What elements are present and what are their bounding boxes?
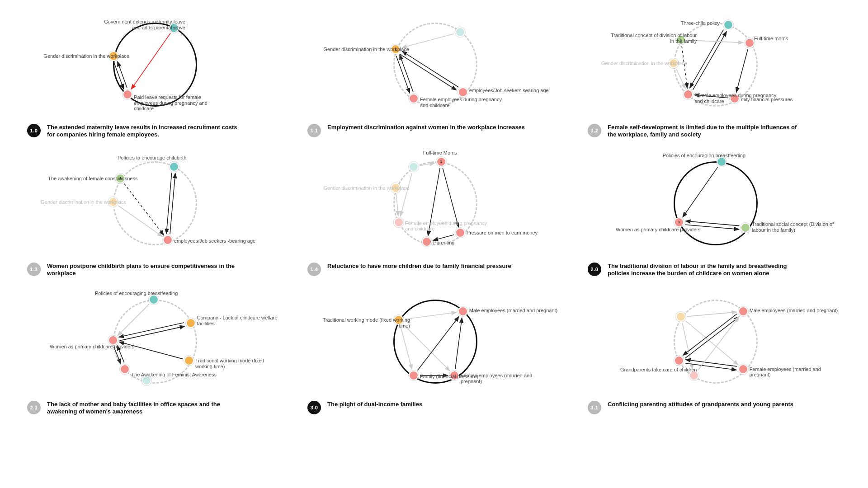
node-label: Company - Lack of childcare welfare faci… xyxy=(197,315,280,326)
node-label: Government extends maternity leave and a… xyxy=(95,19,185,30)
node-A xyxy=(455,27,465,37)
node-label: Gender discrimination in the workplace xyxy=(41,199,127,205)
node-label: Full-time moms xyxy=(754,36,788,42)
panel-3.1: Male employees (married and pregnant)Fem… xyxy=(588,291,841,416)
node-A xyxy=(738,306,748,316)
node-B xyxy=(186,318,196,328)
node-label: Women as primary childcare providers xyxy=(50,344,134,350)
node-label: Male employees (married and pregnant) xyxy=(469,308,558,314)
node-label: Women as primary childcare providers xyxy=(616,227,700,233)
node-B xyxy=(458,87,468,97)
node-D xyxy=(394,217,404,227)
node-F xyxy=(409,162,419,172)
node-B xyxy=(741,223,750,233)
node-A: 1 xyxy=(436,157,446,167)
node-C xyxy=(409,94,419,103)
badge: 2.1 xyxy=(27,401,41,414)
node-label: Gender discrimination in the workplace xyxy=(601,61,687,66)
panel-title: Reluctance to have more children due to … xyxy=(327,263,511,276)
node-C xyxy=(409,371,419,380)
panel-title: The traditional division of labour in th… xyxy=(608,263,807,277)
node-label: Full-time Moms xyxy=(423,150,457,156)
node-label: Parenting xyxy=(433,240,454,246)
badge: 1.0 xyxy=(27,124,41,137)
node-label: Gender discrimination in the workplace xyxy=(43,53,129,59)
panel-title: Women postpone childbirth plans to ensur… xyxy=(47,263,246,277)
panel-3.0: Male employees (married and pregnant)Fem… xyxy=(307,291,561,416)
panel-title: Female self-development is limited due t… xyxy=(608,124,807,139)
node-label: Grandparents take care of children xyxy=(620,367,697,373)
panel-1.4: 1Full-time MomsPressure on men to earn m… xyxy=(307,152,561,277)
node-label: Traditional working mode (fixed working … xyxy=(195,358,280,369)
diagram-grid: 1Government extends maternity leave and … xyxy=(0,14,868,416)
node-label: Gender discrimination in the workplace xyxy=(323,185,409,191)
node-B xyxy=(163,235,173,245)
panel-1.1: employees/Job seekers searing ageFemale … xyxy=(307,14,561,139)
panel-1.0: 1Government extends maternity leave and … xyxy=(27,14,280,139)
panel-title: The plight of dual-income families xyxy=(327,401,422,414)
node-label: The awakening of female consciousness xyxy=(48,176,137,182)
node-B xyxy=(738,364,748,374)
node-A xyxy=(458,306,468,316)
panel-1.3: Policies to encourage childbirthemployee… xyxy=(27,152,280,277)
node-C xyxy=(422,237,432,247)
node-label: employees/Job seekers -bearing age xyxy=(174,238,255,244)
node-label: Three-child policy xyxy=(681,20,720,26)
node-C xyxy=(184,356,194,366)
node-label: The Awakening of Feminist Awareness xyxy=(131,372,217,378)
node-label: Female employees during pregnancy and ch… xyxy=(420,97,510,108)
node-label: Policies to encourage childbirth xyxy=(118,155,186,161)
panel-title: The lack of mother and baby facilities i… xyxy=(47,401,246,416)
badge: 1.2 xyxy=(588,124,601,137)
panel-title: Conflicting parenting attitudes of grand… xyxy=(608,401,793,414)
node-A xyxy=(169,162,179,172)
node-D xyxy=(683,89,693,99)
panel-2.1: Policies of encouraging breastfeedingCom… xyxy=(27,291,280,416)
badge: 1.3 xyxy=(27,263,41,276)
node-label: Policies of encouraging breastfeeding xyxy=(95,291,178,296)
node-label: Female employees (married and pregnant) xyxy=(750,366,840,378)
panel-2.0: Policies of encouraging breastfeedingTra… xyxy=(588,152,841,277)
badge: 1.4 xyxy=(307,263,321,276)
node-D xyxy=(674,356,684,366)
node-label: Female employees during pregnancy and ch… xyxy=(405,221,495,232)
node-C: 1 xyxy=(674,217,684,227)
node-label: Gender discrimination in the workplace xyxy=(323,47,409,52)
node-label: Family (financial pressure) xyxy=(420,374,478,380)
node-label: Traditional social concept (Division of … xyxy=(752,221,841,233)
node-label: Female employees during pregnancy and ch… xyxy=(694,93,785,104)
node-label: Traditional concept of division of labou… xyxy=(606,33,697,44)
panel-title: Employment discrimination against women … xyxy=(327,124,525,137)
node-label: Traditional working mode (fixed working … xyxy=(320,317,410,328)
badge: 3.0 xyxy=(307,401,321,414)
node-B xyxy=(123,89,132,99)
node-label: Policies of encouraging breastfeeding xyxy=(663,153,745,159)
badge: 3.1 xyxy=(588,401,601,414)
node-label: Male employees (married and pregnant) xyxy=(750,308,838,314)
badge: 2.0 xyxy=(588,263,601,276)
badge: 1.1 xyxy=(307,124,321,137)
node-E xyxy=(120,364,130,374)
node-label: Paid leave requests for female employees… xyxy=(134,94,224,112)
node-label: employees/Job seekers searing age xyxy=(469,88,549,94)
node-B xyxy=(745,38,755,48)
panel-1.2: Three-child policyFull-time momsmily fin… xyxy=(588,14,841,139)
panel-title: The extended maternity leave results in … xyxy=(47,124,246,139)
